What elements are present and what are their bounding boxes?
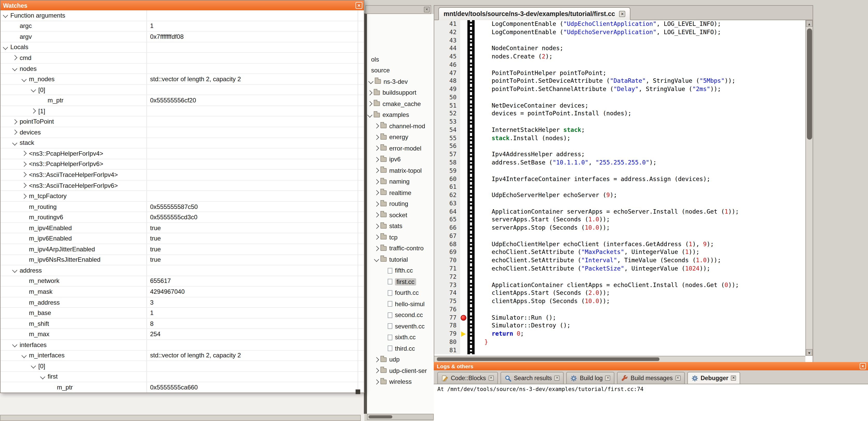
marker-margin[interactable] (460, 159, 467, 167)
tree-item[interactable]: stats (367, 221, 434, 232)
marker-margin[interactable] (460, 249, 467, 257)
marker-margin[interactable] (460, 191, 467, 200)
code-line[interactable]: 73 ApplicationContainer clientApps = ech… (434, 281, 805, 289)
code-line[interactable]: 69 echoClient.SetAttribute ("MaxPackets"… (434, 249, 805, 257)
expander-icon[interactable] (12, 268, 17, 273)
watch-row[interactable]: m_mask 4294967040 (1, 287, 364, 297)
expander-icon[interactable] (374, 235, 379, 240)
marker-margin[interactable] (460, 53, 467, 61)
expander-icon[interactable] (12, 140, 17, 145)
marker-margin[interactable] (460, 216, 467, 224)
watch-row[interactable]: cmd (1, 53, 364, 63)
watch-row[interactable]: address (1, 265, 364, 276)
code-line[interactable]: 60 Ipv4InterfaceContainer interfaces = a… (434, 175, 805, 183)
code-line[interactable]: 75 clientApps.Stop (Seconds (10.0)); (434, 297, 805, 306)
tree-item[interactable]: fifth.cc (367, 265, 434, 276)
tree-item[interactable]: cmake_cache (367, 98, 434, 109)
code-line[interactable]: 67 (434, 232, 805, 240)
marker-margin[interactable] (460, 102, 467, 110)
code-line[interactable]: 78 Simulator::Destroy (); (434, 322, 805, 330)
scrollbar-thumb[interactable] (369, 415, 392, 418)
code-line[interactable]: 56 (434, 142, 805, 151)
tree-item[interactable]: udp (367, 354, 434, 365)
code-line[interactable]: 64 ApplicationContainer serverApps = ech… (434, 208, 805, 216)
scrollbar-thumb[interactable] (437, 357, 659, 361)
logs-close-icon[interactable]: × (860, 363, 866, 369)
watch-row[interactable]: m_base 1 (1, 308, 364, 319)
tree-item[interactable]: buildsupport (367, 87, 434, 98)
expander-icon[interactable] (374, 146, 379, 151)
code-area[interactable]: 41 LogComponentEnable ("UdpEchoClientApp… (434, 20, 805, 356)
code-line[interactable]: 50 (434, 94, 805, 102)
watches-resize-grip[interactable] (355, 389, 360, 394)
expander-icon[interactable] (22, 162, 27, 167)
editor-hscrollbar[interactable] (434, 356, 805, 362)
code-line[interactable]: 41 LogComponentEnable ("UdpEchoClientApp… (434, 20, 805, 28)
expander-icon[interactable] (374, 124, 379, 129)
marker-margin[interactable] (460, 200, 467, 208)
tree-item[interactable]: wireless (367, 376, 434, 387)
expander-icon[interactable] (374, 257, 379, 262)
editor-tab-first-cc[interactable]: mnt/dev/tools/source/ns-3-dev/examples/t… (438, 7, 631, 20)
tree-item[interactable]: second.cc (367, 310, 434, 321)
watch-row[interactable]: m_nodes std::vector of length 2, capacit… (1, 74, 364, 85)
expander-icon[interactable] (40, 374, 45, 379)
scrollbar-thumb[interactable] (807, 28, 812, 140)
tab-close-icon[interactable]: × (555, 376, 560, 381)
expander-icon[interactable] (374, 201, 379, 206)
tree-item[interactable]: traffic-contro (367, 243, 434, 254)
code-line[interactable]: 57 Ipv4AddressHelper address; (434, 151, 805, 159)
watch-row[interactable]: m_max 254 (1, 329, 364, 340)
tree-item[interactable]: examples (367, 109, 434, 121)
marker-margin[interactable] (460, 297, 467, 306)
watch-row[interactable]: first (1, 371, 364, 382)
expander-icon[interactable] (374, 368, 379, 374)
marker-margin[interactable] (460, 142, 467, 151)
logs-tab-code-blocks[interactable]: Code::Blocks × (437, 372, 498, 384)
watch-value[interactable]: 0x7fffffffdf08 (147, 33, 364, 40)
marker-margin[interactable] (460, 346, 467, 355)
code-line[interactable]: 48 pointToPoint.SetDeviceAttribute ("Dat… (434, 77, 805, 86)
expander-icon[interactable] (22, 353, 27, 358)
expander-icon[interactable] (22, 183, 27, 188)
expander-icon[interactable] (3, 45, 8, 50)
code-line[interactable]: 70 echoClient.SetAttribute ("Interval", … (434, 257, 805, 265)
expander-icon[interactable] (374, 357, 379, 362)
expander-icon[interactable] (31, 87, 36, 92)
watch-row[interactable]: m_address 3 (1, 297, 364, 308)
watch-value[interactable]: 0x555555587c50 (147, 203, 364, 210)
code-line[interactable]: 53 (434, 118, 805, 126)
watch-row[interactable]: argc 1 (1, 21, 364, 32)
watch-row[interactable]: stack (1, 138, 364, 149)
code-line[interactable]: 42 LogComponentEnable ("UdpEchoServerApp… (434, 28, 805, 37)
watch-value[interactable]: true (147, 235, 364, 242)
watch-value[interactable]: 655617 (147, 278, 364, 285)
watch-value[interactable]: 1 (147, 23, 364, 30)
expander-icon[interactable] (12, 119, 17, 124)
management-close-icon[interactable]: × (424, 7, 430, 12)
tree-item[interactable]: channel-mod (367, 121, 434, 132)
code-line[interactable]: 54 InternetStackHelper stack; (434, 126, 805, 134)
watch-row[interactable]: m_ptr 0x55555556cf20 (1, 95, 364, 106)
marker-margin[interactable] (460, 314, 467, 322)
watch-value[interactable]: 1 (147, 309, 364, 317)
marker-margin[interactable] (460, 110, 467, 118)
tab-close-icon[interactable]: × (605, 376, 611, 381)
watch-row[interactable]: m_routingv6 0x5555555cd3c0 (1, 212, 364, 223)
marker-margin[interactable] (460, 45, 467, 53)
marker-margin[interactable] (460, 167, 467, 175)
expander-icon[interactable] (374, 246, 379, 251)
expander-icon[interactable] (367, 112, 372, 118)
tree-item[interactable]: socket (367, 209, 434, 221)
marker-margin[interactable] (460, 20, 467, 28)
expander-icon[interactable] (374, 157, 379, 162)
tree-item[interactable]: matrix-topol (367, 165, 434, 176)
tab-close-icon[interactable]: × (619, 10, 625, 17)
code-line[interactable]: 52 devices = pointToPoint.Install (nodes… (434, 110, 805, 118)
watch-row[interactable]: nodes (1, 63, 364, 74)
marker-margin[interactable] (460, 306, 467, 314)
logs-titlebar[interactable]: Logs & others × (434, 362, 868, 370)
watches-close-icon[interactable]: × (355, 2, 362, 9)
watch-row[interactable]: m_ipv6Enabled true (1, 233, 364, 244)
code-line[interactable]: 72 (434, 273, 805, 281)
